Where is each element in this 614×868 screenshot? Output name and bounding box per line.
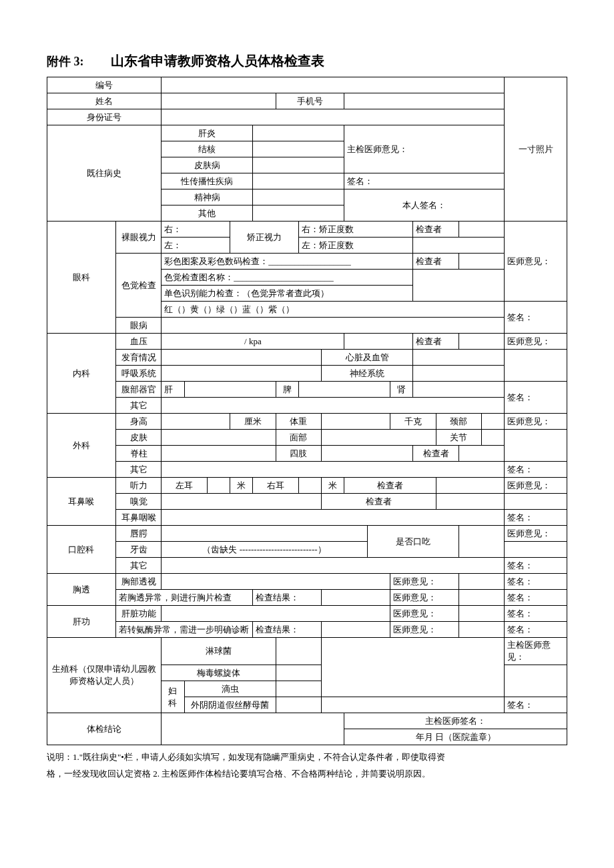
- field-resp[interactable]: [162, 366, 322, 382]
- field-jiehe[interactable]: [253, 141, 344, 157]
- oral-opinion: 医师意见：: [505, 526, 567, 542]
- field-pifu[interactable]: [253, 157, 344, 173]
- field-liverfunc[interactable]: [162, 606, 390, 622]
- field-eye-checker1[interactable]: [458, 222, 505, 238]
- eye-rdeg: 右：矫正度数: [298, 222, 412, 238]
- field-eye-disease[interactable]: [162, 318, 505, 334]
- int-opinion: 医师意见：: [505, 334, 567, 350]
- field-int-op[interactable]: [505, 350, 567, 382]
- field-liver[interactable]: [184, 382, 276, 398]
- field-eye-checker2[interactable]: [458, 254, 505, 270]
- field-stutter[interactable]: [458, 526, 505, 558]
- field-gono[interactable]: [276, 638, 322, 665]
- oral-stutter: 是否口吃: [367, 526, 458, 558]
- int-abd: 腹部器官: [115, 382, 162, 398]
- field-weight[interactable]: [322, 414, 390, 430]
- dept-ent: 耳鼻喉: [47, 478, 116, 526]
- eye-opinion: 医师意见：: [505, 222, 567, 302]
- dept-repro: 生殖科（仅限申请幼儿园教师资格认定人员）: [47, 638, 162, 713]
- dept-oral: 口腔科: [47, 526, 116, 574]
- repro-trich: 滴虫: [184, 681, 276, 697]
- eye-left: 左：: [162, 238, 230, 254]
- ent-checker2: 检查者: [322, 494, 436, 510]
- field-chest-op1[interactable]: [458, 574, 505, 590]
- field-liver-result[interactable]: [322, 622, 390, 638]
- repro-opinion: 主检医师意见：: [505, 638, 567, 665]
- label-phone: 手机号: [276, 93, 344, 109]
- field-ent-checker2[interactable]: [436, 494, 505, 510]
- label-id: 身份证号: [47, 109, 162, 125]
- chest-op1: 医师意见：: [390, 574, 458, 590]
- field-spine[interactable]: [162, 446, 276, 462]
- field-hist-qita[interactable]: [253, 205, 344, 222]
- chest-op2: 医师意见：: [390, 590, 458, 606]
- eye-sign: 签名：: [505, 302, 567, 334]
- field-joint[interactable]: [482, 430, 505, 446]
- field-name[interactable]: [162, 93, 276, 109]
- field-kidney[interactable]: [413, 382, 505, 398]
- field-heart[interactable]: [413, 350, 505, 366]
- field-liver-op1[interactable]: [458, 606, 505, 622]
- sur-neck: 颈部: [436, 414, 482, 430]
- field-skin[interactable]: [162, 430, 276, 446]
- field-repro-op[interactable]: [505, 665, 567, 697]
- field-xing[interactable]: [253, 173, 344, 189]
- field-sur-op[interactable]: [505, 430, 567, 462]
- dept-chest: 胸透: [47, 574, 116, 606]
- field-repro-blank2[interactable]: [322, 697, 505, 713]
- field-int-checker[interactable]: [458, 334, 505, 350]
- chest-result: 检查结果：: [253, 590, 322, 606]
- field-oral-other[interactable]: [162, 558, 505, 574]
- field-bp[interactable]: [344, 334, 413, 350]
- chest-xray: 胸部透视: [115, 574, 162, 590]
- int-spleen: 脾: [276, 382, 298, 398]
- field-throat[interactable]: [162, 510, 505, 526]
- note-line-2: 格，一经发现收回认定资格 2. 主检医师作体检结论要填写合格、不合格两种结论，并…: [47, 766, 567, 783]
- chief-opinion: 主检医师意见：: [344, 125, 505, 173]
- field-oral-op[interactable]: [505, 542, 567, 558]
- field-xray[interactable]: [162, 574, 390, 590]
- field-eye-ldeg[interactable]: [413, 238, 505, 254]
- field-neck[interactable]: [482, 414, 505, 430]
- label-no: 编号: [47, 77, 162, 93]
- eye-checker1: 检查者: [413, 222, 459, 238]
- field-height[interactable]: [162, 414, 230, 430]
- field-nerve[interactable]: [413, 366, 505, 382]
- field-face[interactable]: [322, 430, 436, 446]
- dept-eye: 眼科: [47, 222, 116, 334]
- field-rear[interactable]: [298, 478, 321, 494]
- field-chest-op2[interactable]: [458, 590, 505, 606]
- field-smell[interactable]: [162, 494, 322, 510]
- hist-xing: 性传播性疾病: [162, 173, 253, 189]
- field-trich[interactable]: [276, 681, 322, 697]
- field-spleen[interactable]: [298, 382, 390, 398]
- repro-gono: 淋球菌: [162, 638, 276, 665]
- field-phone[interactable]: [344, 93, 505, 109]
- field-ganyan[interactable]: [253, 125, 344, 141]
- field-dev[interactable]: [162, 350, 322, 366]
- ent-lear: 左耳: [162, 478, 208, 494]
- hist-pifu: 皮肤病: [162, 157, 253, 173]
- field-jingshen[interactable]: [253, 189, 344, 205]
- field-conclusion[interactable]: [162, 713, 344, 745]
- field-no[interactable]: [162, 77, 505, 93]
- field-ent-checker1[interactable]: [436, 478, 505, 494]
- field-limbs[interactable]: [322, 446, 413, 462]
- field-lear[interactable]: [207, 478, 230, 494]
- field-sur-checker[interactable]: [458, 446, 505, 462]
- field-chest-result[interactable]: [322, 590, 390, 606]
- field-syph[interactable]: [276, 665, 322, 681]
- field-int-other[interactable]: [162, 398, 505, 414]
- field-repro-blank[interactable]: [322, 638, 505, 697]
- field-id[interactable]: [162, 109, 505, 125]
- hist-ganyan: 肝炎: [162, 125, 253, 141]
- field-liver-op2[interactable]: [458, 622, 505, 638]
- liver-sign2: 签名：: [505, 622, 567, 638]
- field-sur-other[interactable]: [162, 462, 505, 478]
- field-lips[interactable]: [162, 526, 367, 542]
- int-nerve: 神经系统: [322, 366, 413, 382]
- field-cand[interactable]: [276, 697, 322, 713]
- eye-ldeg: 左：矫正度数: [298, 238, 412, 254]
- field-ent-op[interactable]: [505, 494, 567, 510]
- field-eye-blank[interactable]: [413, 270, 505, 302]
